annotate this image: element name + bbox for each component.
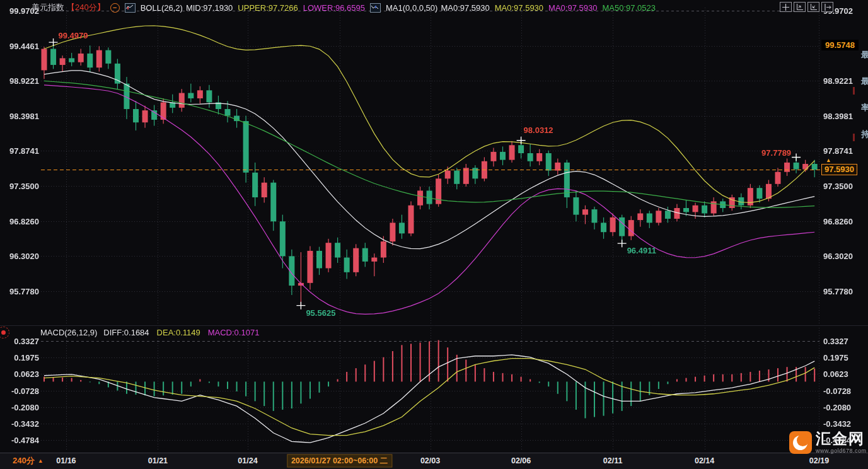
brand-logo-icon bbox=[789, 431, 812, 454]
zoom-out-chart-icon[interactable] bbox=[807, 2, 819, 12]
ma50-value: MA50:97.0523 bbox=[602, 3, 656, 13]
boll-lower-value: LOWER:96.6595 bbox=[303, 3, 365, 13]
symbol-name: 美元指数 bbox=[32, 2, 64, 13]
main-y-axis-label: 96.8260 bbox=[1, 216, 39, 226]
main-y-axis-label: 95.7780 bbox=[1, 286, 39, 296]
macd-y-axis-label: -0.2080 bbox=[1, 402, 39, 412]
x-axis-date-label: 02/11 bbox=[603, 456, 623, 465]
brand-logo: 汇金网 www.gold678.com bbox=[789, 431, 867, 454]
price-annotation: 99.4979 bbox=[59, 31, 88, 40]
macd-label: MACD(26,12,9) bbox=[40, 328, 97, 337]
macd-macd-value: MACD:0.1071 bbox=[208, 328, 260, 337]
macd-y-axis-label: -0.4784 bbox=[1, 436, 39, 445]
timeframe-arrow-icon: ▲ bbox=[38, 458, 43, 464]
right-strip-char: 最 bbox=[861, 49, 868, 61]
zoom-in-chart-icon[interactable] bbox=[794, 2, 806, 12]
chart-toolbar bbox=[780, 2, 833, 12]
macd-y-axis-label: 0.1975 bbox=[823, 353, 848, 362]
macd-y-axis-label: -0.2080 bbox=[823, 402, 851, 412]
price-macd-chart-canvas[interactable] bbox=[0, 0, 868, 469]
collapse-indicator-icon[interactable]: − bbox=[110, 3, 120, 13]
x-axis-date-label: 02/14 bbox=[695, 456, 714, 465]
x-axis-date-label: 01/16 bbox=[56, 456, 76, 465]
indicator-header: 美元指数 【240分】 − BOLL(26,2) MID:97.1930 UPP… bbox=[32, 2, 656, 13]
ma0-white-value: MA0:97.5930 bbox=[441, 3, 489, 13]
macd-y-axis-label: 0.3327 bbox=[1, 337, 39, 346]
main-y-axis-label: 97.3500 bbox=[1, 182, 39, 191]
macd-diff-value: DIFF:0.1684 bbox=[103, 328, 149, 337]
x-axis-date-label: 01/24 bbox=[238, 456, 257, 465]
price-annotation: 98.0312 bbox=[524, 125, 553, 135]
ma0-magenta-value: MA0:97.5930 bbox=[548, 3, 597, 13]
price-annotation: 95.5625 bbox=[306, 308, 335, 318]
main-y-axis-label: 97.8741 bbox=[823, 146, 853, 156]
exit-chart-view-icon[interactable] bbox=[821, 2, 833, 12]
main-y-axis-label: 96.3020 bbox=[823, 252, 853, 261]
ma-indicator-icon[interactable] bbox=[370, 3, 381, 13]
right-strip-char: 最 bbox=[861, 76, 868, 87]
boll-upper-value: UPPER:97.7266 bbox=[238, 3, 298, 13]
macd-header: MACD(26,12,9) DIFF:0.1684 DEA:0.1149 MAC… bbox=[40, 328, 259, 337]
right-strip-char: 率 bbox=[861, 102, 868, 113]
main-y-axis-label: 96.3020 bbox=[1, 252, 39, 261]
price-annotation: 96.4911 bbox=[627, 246, 656, 255]
brand-url: www.gold678.com bbox=[816, 448, 867, 454]
main-y-axis-label: 97.3500 bbox=[823, 182, 853, 191]
timeframe-label[interactable]: 【240分】 bbox=[67, 2, 105, 13]
x-axis-date-label: 01/21 bbox=[148, 456, 168, 465]
macd-y-axis-label: -0.0728 bbox=[823, 386, 851, 395]
macd-y-axis-label: 0.1975 bbox=[1, 353, 39, 362]
right-strip-char: 持 bbox=[861, 129, 868, 140]
main-y-axis-label: 98.3981 bbox=[823, 111, 853, 120]
boll-label: BOLL(26,2) bbox=[141, 3, 183, 13]
ma0-yellow-value: MA0:97.5930 bbox=[495, 3, 543, 13]
x-axis-date-label: 02/06 bbox=[511, 456, 531, 465]
ma-label: MA1(0,0,0,50) bbox=[386, 3, 437, 13]
main-y-axis-label: 98.9221 bbox=[823, 76, 853, 86]
price-up-arrow-icon: ▲ bbox=[826, 158, 831, 163]
timeframe-selector[interactable]: 240分 ▲ bbox=[13, 455, 43, 466]
price-annotation: 97.7789 bbox=[738, 148, 791, 158]
main-y-axis-label: 96.8260 bbox=[823, 216, 853, 226]
macd-y-axis-label: -0.0728 bbox=[1, 386, 39, 395]
trading-app: { "header": { "symbol": "美元指数", "timefra… bbox=[0, 0, 868, 469]
main-y-axis-label: 97.8741 bbox=[1, 146, 39, 156]
main-y-axis-label: 98.3981 bbox=[1, 111, 39, 120]
macd-y-axis-label: 0.3327 bbox=[823, 337, 848, 346]
boll-mid-value: MID:97.1930 bbox=[186, 3, 233, 13]
x-axis-date-label: 02/03 bbox=[420, 456, 440, 465]
macd-y-axis-label: 0.0623 bbox=[823, 369, 848, 379]
brand-name: 汇金网 bbox=[816, 431, 867, 446]
macd-dea-value: DEA:0.1149 bbox=[157, 328, 200, 337]
right-strip-tick bbox=[853, 134, 855, 141]
current-price-marker: 97.5930 bbox=[821, 164, 857, 175]
main-y-axis-label: 98.9221 bbox=[1, 76, 39, 86]
x-axis-date-label: 02/19 bbox=[809, 456, 829, 465]
pan-crosshair-icon[interactable] bbox=[780, 2, 792, 12]
timeframe-text: 240分 bbox=[13, 455, 35, 466]
main-y-axis-label: 99.4461 bbox=[1, 41, 39, 50]
session-high-marker: 99.5748 bbox=[821, 40, 859, 50]
boll-indicator-icon[interactable] bbox=[125, 3, 136, 13]
macd-y-axis-label: -0.3432 bbox=[1, 419, 39, 428]
right-strip-tick bbox=[853, 87, 855, 95]
main-y-axis-label: 95.7780 bbox=[823, 286, 853, 296]
macd-y-axis-label: 0.0623 bbox=[1, 369, 39, 379]
hovered-candle-datetime: 2026/01/27 02:00~06:00 二 bbox=[287, 455, 392, 468]
macd-y-axis-label: -0.3432 bbox=[823, 419, 851, 428]
